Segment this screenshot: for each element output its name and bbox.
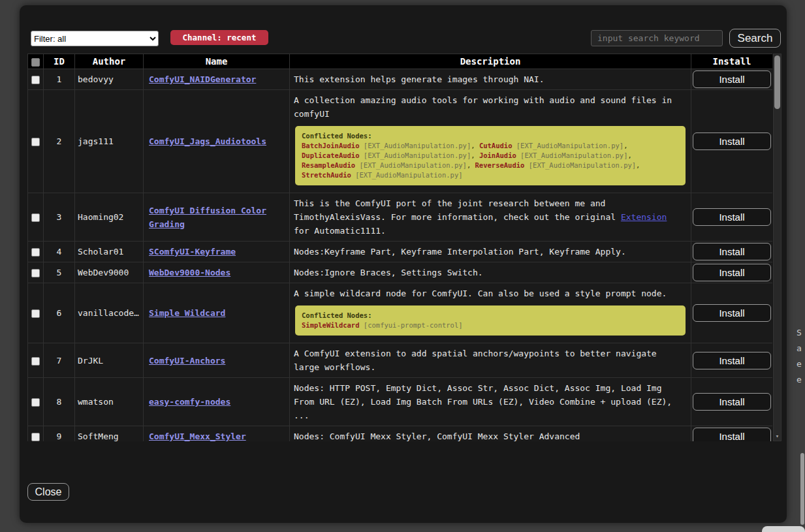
- row-description-cell: A ComfyUI extension to add spatial ancho…: [290, 343, 691, 378]
- close-button[interactable]: Close: [27, 483, 69, 501]
- background-button-sliver: [762, 526, 805, 532]
- row-author: vanillacode…: [75, 283, 144, 343]
- header-author: Author: [75, 54, 144, 69]
- row-description-cell: Nodes: ComfyUI Mexx Styler, ComfyUI Mexx…: [290, 426, 691, 442]
- install-button[interactable]: Install: [693, 243, 771, 260]
- conflict-node-source: [EXT_AudioManipulation.py]: [364, 142, 471, 149]
- row-description-cell: This extension helps generate images thr…: [290, 69, 691, 90]
- row-id: 5: [44, 262, 75, 283]
- row-checkbox-cell: [28, 242, 44, 262]
- node-name-link[interactable]: Simple Wildcard: [149, 308, 225, 318]
- install-button[interactable]: Install: [693, 304, 771, 322]
- row-checkbox-cell: [28, 90, 44, 193]
- row-description-cell: Nodes:Ignore Braces, Settings Switch.: [290, 262, 691, 283]
- node-name-link[interactable]: ComfyUI_Mexx_Styler: [149, 431, 246, 441]
- description-link[interactable]: Extension: [621, 212, 667, 222]
- row-name-cell: WebDev9000-Nodes: [144, 262, 290, 283]
- row-checkbox[interactable]: [31, 248, 40, 257]
- row-id: 9: [44, 426, 75, 442]
- row-description-cell: A simple wildcard node for ComfyUI. Can …: [290, 283, 691, 343]
- row-name-cell: ComfyUI_NAIDGenerator: [144, 69, 290, 90]
- node-name-link[interactable]: SComfyUI-Keyframe: [149, 247, 236, 257]
- conflict-node-name: SimpleWildcard: [302, 321, 360, 329]
- row-id: 3: [44, 193, 75, 242]
- search-input[interactable]: [591, 30, 723, 46]
- node-description: Nodes:Keyframe Part, Keyframe Interpolat…: [294, 245, 687, 258]
- conflict-node-source: [EXT_AudioManipulation.py]: [520, 151, 627, 159]
- node-description: A collection amazing audio tools for wor…: [294, 93, 687, 121]
- filter-select[interactable]: Filter: all: [31, 31, 159, 46]
- row-checkbox[interactable]: [31, 433, 40, 441]
- background-text-fragment: S: [797, 325, 805, 341]
- header-description: Description: [290, 54, 691, 69]
- node-description: This extension helps generate images thr…: [294, 72, 687, 86]
- install-button[interactable]: Install: [693, 70, 771, 88]
- node-description: Nodes: HTTP POST, Empty Dict, Assoc Str,…: [294, 381, 687, 422]
- row-checkbox[interactable]: [31, 309, 40, 318]
- node-name-link[interactable]: ComfyUI-Anchors: [149, 356, 225, 366]
- conflict-warning: Conflicted Nodes:SimpleWildcard [comfyui…: [295, 305, 686, 336]
- table-row: 8wmatsoneasy-comfy-nodesNodes: HTTP POST…: [28, 378, 773, 426]
- row-checkbox-cell: [28, 426, 44, 442]
- table-row: 3Haoming02ComfyUI Diffusion Color Gradin…: [28, 193, 773, 242]
- scroll-down-icon[interactable]: ▾: [774, 432, 781, 440]
- row-install-cell: Install: [691, 242, 773, 262]
- row-checkbox-cell: [28, 343, 44, 378]
- row-checkbox[interactable]: [31, 357, 40, 366]
- row-author: wmatson: [75, 378, 144, 426]
- row-author: WebDev9000: [75, 262, 144, 283]
- conflict-node-name: JoinAudio: [479, 151, 516, 159]
- node-name-link[interactable]: ComfyUI_NAIDGenerator: [149, 74, 256, 84]
- row-id: 4: [44, 242, 75, 262]
- search-button[interactable]: Search: [729, 29, 781, 48]
- row-author: Scholar01: [75, 242, 144, 262]
- conflict-node-name: ReverseAudio: [475, 161, 525, 169]
- row-install-cell: Install: [691, 426, 773, 442]
- page-scrollbar-thumb[interactable]: [800, 453, 804, 525]
- row-name-cell: Simple Wildcard: [144, 283, 290, 343]
- install-button[interactable]: Install: [693, 428, 771, 441]
- conflict-title: Conflicted Nodes:: [302, 131, 679, 141]
- table-scrollbar[interactable]: ▾: [773, 54, 781, 441]
- row-checkbox[interactable]: [31, 269, 40, 277]
- node-name-link[interactable]: WebDev9000-Nodes: [149, 268, 230, 277]
- install-button[interactable]: Install: [693, 264, 771, 281]
- conflict-node-name: DuplicateAudio: [302, 151, 360, 159]
- install-button[interactable]: Install: [693, 208, 771, 226]
- node-description: Nodes: ComfyUI Mexx Styler, ComfyUI Mexx…: [294, 430, 687, 441]
- row-checkbox[interactable]: [31, 213, 40, 222]
- conflict-title: Conflicted Nodes:: [302, 311, 679, 321]
- header-name: Name: [144, 54, 290, 69]
- select-all-checkbox[interactable]: [31, 58, 40, 67]
- header-select-all: [28, 54, 44, 69]
- row-author: bedovyy: [75, 69, 144, 90]
- row-checkbox[interactable]: [31, 138, 40, 146]
- node-description: A ComfyUI extension to add spatial ancho…: [294, 347, 687, 374]
- node-name-link[interactable]: ComfyUI Diffusion Color Grading: [149, 206, 266, 229]
- node-description: Nodes:Ignore Braces, Settings Switch.: [294, 266, 687, 279]
- conflict-warning: Conflicted Nodes:BatchJoinAudio [EXT_Aud…: [295, 126, 686, 185]
- install-button[interactable]: Install: [693, 133, 771, 150]
- table-row: 6vanillacode…Simple WildcardA simple wil…: [28, 283, 773, 343]
- row-name-cell: ComfyUI_Jags_Audiotools: [144, 90, 290, 193]
- custom-nodes-table: ID Author Name Description Install 1bedo…: [27, 54, 772, 441]
- row-checkbox[interactable]: [31, 76, 40, 84]
- table-header-row: ID Author Name Description Install: [28, 54, 773, 69]
- row-checkbox-cell: [28, 283, 44, 343]
- conflict-node-source: [EXT_AudioManipulation.py]: [355, 171, 462, 179]
- table-row: 7DrJKLComfyUI-AnchorsA ComfyUI extension…: [28, 343, 773, 378]
- install-button[interactable]: Install: [693, 352, 771, 369]
- conflict-node-source: [comfyui-prompt-control]: [364, 321, 463, 329]
- node-name-link[interactable]: ComfyUI_Jags_Audiotools: [149, 136, 266, 146]
- row-checkbox[interactable]: [31, 398, 40, 407]
- table-scrollbar-thumb[interactable]: [774, 55, 780, 109]
- row-install-cell: Install: [691, 262, 773, 283]
- row-install-cell: Install: [691, 343, 773, 378]
- row-name-cell: ComfyUI Diffusion Color Grading: [144, 193, 290, 242]
- node-description: This is the ComfyUI port of the joint re…: [294, 196, 687, 238]
- table-row: 4Scholar01SComfyUI-KeyframeNodes:Keyfram…: [28, 242, 773, 262]
- table-row: 5WebDev9000WebDev9000-NodesNodes:Ignore …: [28, 262, 773, 283]
- install-button[interactable]: Install: [693, 393, 771, 411]
- node-name-link[interactable]: easy-comfy-nodes: [149, 397, 230, 407]
- channel-badge: Channel: recent: [170, 30, 268, 45]
